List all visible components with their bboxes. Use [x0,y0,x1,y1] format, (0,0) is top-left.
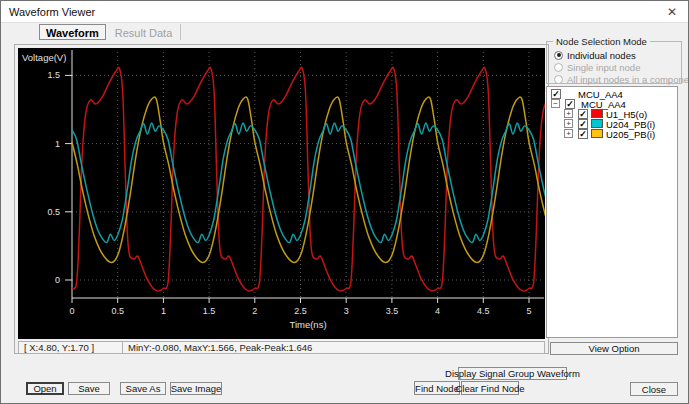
save-image-button[interactable]: Save Image [170,382,222,395]
radio-label: Single input node [567,62,640,73]
chart-panel: 00.511.500.511.522.533.544.55Voltage(V)T… [14,44,549,354]
node-selection-mode-title: Node Selection Mode [553,36,650,47]
tab-result-data[interactable]: Result Data [107,24,181,40]
view-option-button[interactable]: View Option [550,342,678,355]
tree-item-u1-h5-o-[interactable]: +✓U1_H5(o) [547,109,677,119]
collapse-icon[interactable]: − [551,99,560,108]
radio-circle-icon [554,75,563,84]
checkbox-icon[interactable]: ✓ [551,89,561,99]
x-tick-label: 3 [344,306,349,316]
y-tick-label: 0.5 [47,207,60,217]
waveform-chart[interactable]: 00.511.500.511.522.533.544.55Voltage(V)T… [18,48,545,339]
trace-color-swatch [591,119,603,128]
radio-label: All input nodes in a component [567,74,689,85]
tab-waveform[interactable]: Waveform [39,24,106,40]
y-axis-label: Voltage(V) [22,52,66,63]
checkbox-icon[interactable]: ✓ [578,129,588,139]
tree-item-mcu-aa4[interactable]: −✓MCU_AA4 [547,99,677,109]
x-axis-label: Time(ns) [289,319,326,330]
cursor-position-readout: [ X:4.80, Y:1.70 ] [18,341,123,354]
trace-color-swatch [591,129,603,138]
radio-label: Individual nodes [567,50,636,61]
x-tick-label: 2.5 [294,306,307,316]
x-tick-label: 5 [526,306,531,316]
y-tick-label: 1 [55,139,60,149]
x-tick-label: 0.5 [111,306,124,316]
tree-item-label[interactable]: U205_PB(i) [606,129,655,140]
save-button[interactable]: Save [68,382,110,395]
x-tick-label: 4 [435,306,440,316]
checkbox-icon[interactable]: ✓ [565,99,575,109]
waveform-viewer-window: Waveform Viewer ✕ Waveform Result Data 0… [0,0,689,404]
tree-item-u205-pb-i-[interactable]: +✓U205_PB(i) [547,129,677,139]
x-tick-label: 2 [252,306,257,316]
tree-item-mcu-aa4[interactable]: ✓MCU_AA4 [547,89,677,99]
radio-all-input-nodes-in-a-component: All input nodes in a component [554,74,689,84]
expand-icon[interactable]: + [564,129,573,138]
display-signal-group-waveform-button[interactable]: Display Signal Group Waveform [458,367,567,380]
trace-color-swatch [591,109,603,118]
radio-single-input-node: Single input node [554,62,640,72]
close-icon[interactable]: ✕ [656,1,688,22]
node-selection-mode-group: Node Selection Mode Individual nodesSing… [546,41,682,84]
x-tick-label: 4.5 [477,306,490,316]
x-tick-label: 1 [161,306,166,316]
save-as-button[interactable]: Save As [120,382,166,395]
find-node-button[interactable]: Find Node [414,381,460,395]
tree-item-u204-pb-i-[interactable]: +✓U204_PB(i) [547,119,677,129]
trace-U1_H5(o) [72,67,545,291]
radio-individual-nodes[interactable]: Individual nodes [554,50,636,60]
waveform-stats-readout: MinY:-0.080, MaxY:1.566, Peak-Peak:1.646 [123,341,545,354]
expand-icon[interactable]: + [564,109,573,118]
chart-status-bar: [ X:4.80, Y:1.70 ] MinY:-0.080, MaxY:1.5… [18,341,545,354]
open-button[interactable]: Open [26,382,64,395]
checkbox-icon[interactable]: ✓ [578,119,588,129]
radio-selected-dot [557,53,561,57]
expand-icon[interactable]: + [564,119,573,128]
title-bar: Waveform Viewer ✕ [1,1,688,23]
radio-circle-icon[interactable] [554,51,563,60]
checkbox-icon[interactable]: ✓ [578,109,588,119]
tab-bar: Waveform Result Data [39,24,181,40]
radio-circle-icon [554,63,563,72]
y-tick-label: 0 [55,275,60,285]
x-tick-label: 1.5 [203,306,216,316]
close-button[interactable]: Close [630,382,678,396]
y-tick-label: 1.5 [47,70,60,80]
clear-find-node-button[interactable]: Clear Find Node [461,381,519,395]
x-tick-label: 3.5 [386,306,399,316]
x-tick-label: 0 [69,306,74,316]
node-tree[interactable]: ✓MCU_AA4−✓MCU_AA4+✓U1_H5(o)+✓U204_PB(i)+… [546,86,678,338]
window-title: Waveform Viewer [1,6,95,18]
